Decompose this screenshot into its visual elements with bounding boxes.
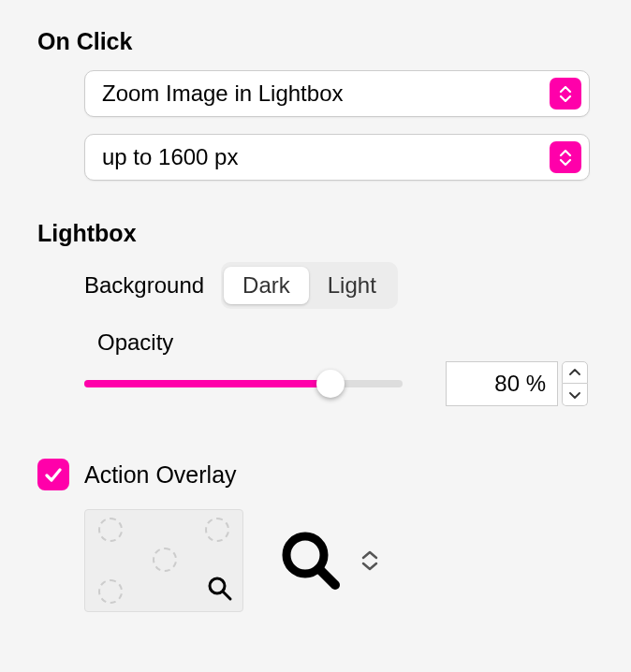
action-overlay-label: Action Overlay (84, 461, 237, 489)
opacity-row: Opacity 80 % (84, 329, 594, 406)
on-click-action-dropdown[interactable]: Zoom Image in Lightbox (84, 70, 590, 117)
opacity-slider[interactable] (84, 365, 403, 402)
overlay-icon-dropdown[interactable] (277, 527, 378, 594)
position-bottom-right-selected[interactable] (207, 576, 233, 606)
slider-thumb[interactable] (316, 370, 345, 398)
action-overlay-checkbox[interactable] (37, 459, 69, 490)
background-row: Background Dark Light (84, 262, 594, 309)
on-click-size-value: up to 1600 px (102, 144, 550, 170)
position-top-right[interactable] (205, 518, 229, 542)
opacity-step-up[interactable] (562, 361, 588, 384)
updown-icon (550, 78, 581, 110)
on-click-size-dropdown[interactable]: up to 1600 px (84, 134, 590, 181)
opacity-step-down[interactable] (562, 384, 588, 406)
opacity-value-input[interactable]: 80 % (446, 361, 558, 406)
background-segmented: Dark Light (221, 262, 398, 309)
lightbox-title: Lightbox (37, 220, 594, 247)
svg-line-3 (319, 569, 335, 585)
svg-line-1 (223, 592, 230, 599)
magnifier-icon (207, 576, 233, 602)
updown-icon (361, 550, 378, 571)
background-label: Background (84, 272, 204, 299)
opacity-stepper (562, 361, 588, 406)
on-click-section: On Click Zoom Image in Lightbox up to 16… (37, 28, 594, 181)
overlay-position-grid[interactable] (84, 509, 243, 612)
background-option-light[interactable]: Light (309, 267, 395, 304)
overlay-preview-row (84, 509, 594, 612)
slider-fill (84, 380, 326, 387)
position-center[interactable] (153, 548, 177, 572)
background-option-dark[interactable]: Dark (224, 267, 309, 304)
on-click-title: On Click (37, 28, 594, 55)
opacity-label: Opacity (97, 329, 594, 356)
opacity-controls: 80 % (84, 361, 594, 406)
on-click-action-value: Zoom Image in Lightbox (102, 80, 550, 107)
position-bottom-left[interactable] (98, 579, 123, 604)
updown-icon (550, 141, 581, 173)
magnifier-icon (277, 527, 345, 594)
check-icon (43, 464, 64, 485)
position-top-left[interactable] (98, 518, 123, 542)
action-overlay-row: Action Overlay (37, 459, 594, 490)
lightbox-section: Lightbox Background Dark Light Opacity 8… (37, 220, 594, 612)
